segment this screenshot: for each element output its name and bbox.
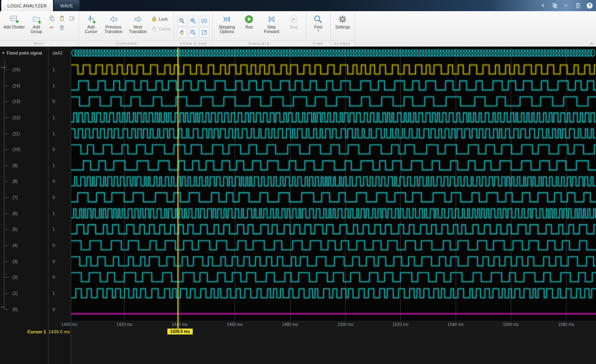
hide-toolstrip-icon[interactable] xyxy=(539,1,547,10)
signal-names-panel: ▼ Fixed point signal msb(15)(14)(13)(12)… xyxy=(0,47,48,364)
signal-label[interactable]: (1) xyxy=(0,290,48,297)
help-icon[interactable]: ? xyxy=(585,1,594,10)
cursor-value: 1439.0 ms xyxy=(48,329,70,334)
group-label-find: FIND xyxy=(306,41,330,46)
signal-label[interactable]: (10) xyxy=(0,146,48,153)
find-dropdown-caret-icon: ▾ xyxy=(317,29,319,32)
signal-label[interactable]: (7) xyxy=(0,194,48,201)
signal-value: 1 xyxy=(53,162,69,169)
stop-button[interactable]: Stop xyxy=(285,12,303,29)
signal-value: 0 xyxy=(53,194,69,201)
signal-value: 0 xyxy=(53,146,69,153)
stop-icon xyxy=(289,14,298,25)
zoom-out-button[interactable] xyxy=(188,27,198,38)
add-cursor-button[interactable]: Add Cursor xyxy=(82,12,100,34)
tree-tick xyxy=(4,277,9,278)
copy-icon[interactable] xyxy=(550,1,559,10)
paste-button[interactable] xyxy=(58,14,66,22)
signal-value: 0 xyxy=(53,258,69,265)
tree-tick xyxy=(4,245,9,246)
signal-value: 1 xyxy=(53,225,69,233)
step-forward-button[interactable]: Step Forward xyxy=(260,12,283,34)
tab-logic-analyzer[interactable]: LOGIC ANALYZER xyxy=(1,0,53,11)
next-transition-icon xyxy=(133,14,143,25)
find-icon xyxy=(313,14,323,25)
signal-label[interactable]: (3) xyxy=(0,258,48,265)
add-group-button[interactable]: Add Group xyxy=(27,12,46,34)
collapse-bus-icon[interactable]: ▼ xyxy=(2,51,5,55)
cursor-time-flag[interactable]: 1439.0 ms xyxy=(167,328,193,335)
previous-transition-icon xyxy=(109,14,118,25)
cut-icon[interactable]: ✂ xyxy=(562,1,570,10)
zoom-in-button[interactable] xyxy=(188,16,198,26)
bit-order-tag: msb xyxy=(1,66,6,69)
previous-transition-button[interactable]: Previous Transition xyxy=(102,12,125,34)
settings-button[interactable]: Settings xyxy=(334,12,352,29)
add-divider-button[interactable]: Add Divider xyxy=(3,12,25,29)
stepping-options-button[interactable]: Stepping Options xyxy=(216,12,238,34)
signal-value: 1 xyxy=(53,114,69,121)
group-label-zoom-pan: ZOOM & PAN xyxy=(174,41,212,46)
signal-label[interactable]: (11) xyxy=(0,130,48,137)
signal-label[interactable]: (2) xyxy=(0,273,48,281)
fit-width-button[interactable] xyxy=(199,16,209,26)
signal-value: 0 xyxy=(53,306,69,313)
signal-label[interactable]: (6) xyxy=(0,210,48,217)
copy-button[interactable] xyxy=(48,14,56,22)
pan-button[interactable] xyxy=(177,27,187,38)
group-label-global: GLOBAL xyxy=(331,41,355,46)
signal-label[interactable]: (14) xyxy=(0,82,48,89)
signal-label[interactable]: lsb(0) xyxy=(0,306,48,313)
settings-gear-icon xyxy=(338,14,347,25)
signal-name-text: (4) xyxy=(12,243,18,248)
tab-wave[interactable]: WAVE xyxy=(54,0,79,11)
run-icon xyxy=(244,14,254,25)
signal-label[interactable]: (4) xyxy=(0,242,48,249)
tree-tick xyxy=(4,86,9,86)
collapse-toolstrip-icon[interactable] xyxy=(589,41,594,46)
tree-tick xyxy=(4,69,9,70)
duplicate-button[interactable] xyxy=(67,14,76,22)
time-cursor-line[interactable] xyxy=(178,48,178,329)
lock-cursor-button[interactable]: Lock xyxy=(151,16,171,23)
toolbar-group-edit: Add Divider Add Group xyxy=(0,11,79,46)
cursor-readout: Cursor 1 1439.0 ms xyxy=(27,329,70,334)
signal-name-text: (0) xyxy=(12,307,18,312)
next-transition-button[interactable]: Next Transition xyxy=(127,12,149,34)
signal-value: 0 xyxy=(53,98,69,105)
tree-tick xyxy=(4,293,9,294)
cut-button[interactable]: ✂ xyxy=(48,24,56,31)
toolbar-group-zoom-pan: ZOOM & PAN xyxy=(174,11,213,46)
paste-icon[interactable] xyxy=(574,1,582,10)
add-divider-icon xyxy=(10,14,19,25)
delete-button[interactable] xyxy=(58,24,66,31)
axis-tick-label: 1440 ms xyxy=(172,322,187,327)
signal-label[interactable]: (13) xyxy=(0,98,48,105)
signal-value: 1 xyxy=(53,210,69,217)
signal-name-text: (5) xyxy=(12,227,18,232)
signal-label[interactable]: (8) xyxy=(0,177,48,185)
signal-name-text: (10) xyxy=(12,147,20,152)
signal-label[interactable]: (9) xyxy=(0,162,48,169)
bus-signal-header[interactable]: ▼ Fixed point signal xyxy=(2,50,42,55)
axis-tick-label: 1480 ms xyxy=(282,322,298,327)
zoom-in-time-button[interactable] xyxy=(177,16,187,26)
svg-text:?: ? xyxy=(588,3,591,7)
toolstrip: Add Divider Add Group xyxy=(0,11,596,47)
signal-name-text: (1) xyxy=(12,291,18,296)
bus-value: da62 xyxy=(53,50,62,55)
signal-label[interactable]: msb(15) xyxy=(0,66,48,73)
waveform-canvas[interactable] xyxy=(71,48,596,321)
find-button[interactable]: Find ▾ xyxy=(309,12,327,32)
signal-label[interactable]: (5) xyxy=(0,225,48,233)
signal-label[interactable]: (12) xyxy=(0,114,48,121)
tree-tick xyxy=(4,261,9,262)
tree-tick xyxy=(4,309,9,310)
delete-cursor-button[interactable]: Delete xyxy=(151,26,171,33)
scissors-glyph: ✂ xyxy=(50,25,54,30)
group-label-edit: EDIT xyxy=(0,41,79,46)
fit-to-view-button[interactable] xyxy=(199,27,209,38)
run-button[interactable]: Run xyxy=(240,12,258,29)
stepping-options-icon xyxy=(222,14,231,25)
tree-tick xyxy=(4,213,9,214)
